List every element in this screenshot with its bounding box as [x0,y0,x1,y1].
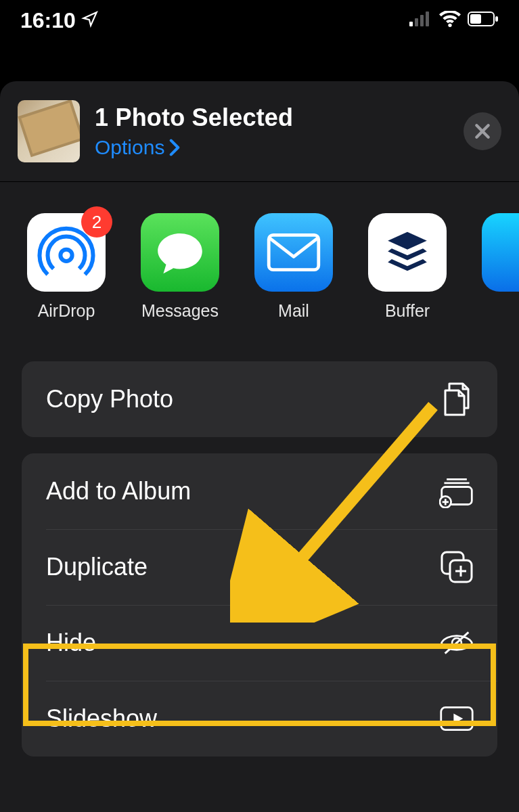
wifi-icon [439,11,461,30]
buffer-icon [368,213,447,292]
airdrop-badge: 2 [81,206,112,238]
svg-rect-2 [420,15,424,26]
action-group-1: Copy Photo [22,361,497,437]
app-label: AirDrop [38,301,95,321]
app-label: Buffer [385,301,430,321]
slideshow-icon [439,701,474,736]
action-duplicate[interactable]: Duplicate [22,529,497,605]
sheet-header-text: 1 Photo Selected Options [95,104,464,159]
options-link[interactable]: Options [95,136,464,159]
action-label: Slideshow [46,704,157,733]
svg-rect-5 [470,14,481,24]
status-right [409,11,499,30]
close-icon [474,122,491,140]
svg-rect-0 [409,22,413,26]
sheet-header: 1 Photo Selected Options [0,81,519,182]
cellular-icon [409,12,432,29]
app-mail[interactable]: Mail [254,213,333,321]
sheet-title: 1 Photo Selected [95,104,464,132]
svg-rect-1 [415,18,418,26]
actions-section: Copy Photo Add to Album Duplicate Hi [0,361,519,757]
app-label: Mail [278,301,309,321]
messages-icon [141,213,219,292]
action-label: Copy Photo [46,385,173,413]
status-time: 16:10 [20,8,76,33]
app-buffer[interactable]: Buffer [368,213,447,321]
action-label: Hide [46,629,96,657]
share-sheet: 1 Photo Selected Options 2 AirDrop Messa… [0,81,519,812]
svg-rect-3 [426,12,429,26]
location-icon [81,8,99,33]
copy-icon [439,382,474,417]
action-copy-photo[interactable]: Copy Photo [22,361,497,437]
battery-icon [468,12,499,29]
action-hide[interactable]: Hide [22,605,497,681]
app-messages[interactable]: Messages [141,213,219,321]
photo-thumbnail[interactable] [18,100,80,162]
share-apps-row[interactable]: 2 AirDrop Messages Mail Buffer [0,182,519,345]
svg-rect-8 [269,235,319,269]
app-next[interactable] [482,213,519,321]
action-label: Duplicate [46,553,148,581]
close-button[interactable] [464,112,501,150]
svg-rect-6 [495,16,498,22]
action-group-2: Add to Album Duplicate Hide Slideshow [22,453,497,757]
status-left: 16:10 [20,8,99,33]
status-bar: 16:10 [0,0,519,41]
app-airdrop[interactable]: 2 AirDrop [27,213,106,321]
next-app-icon [482,213,519,292]
action-slideshow[interactable]: Slideshow [22,681,497,757]
mail-icon [254,213,333,292]
svg-point-7 [60,250,72,261]
chevron-right-icon [168,139,181,156]
action-add-to-album[interactable]: Add to Album [22,453,497,529]
airdrop-icon: 2 [27,213,106,292]
action-label: Add to Album [46,477,191,505]
options-label: Options [95,136,164,159]
album-add-icon [439,474,474,509]
hide-icon [439,625,474,660]
app-label: Messages [141,301,219,321]
duplicate-icon [439,549,474,585]
